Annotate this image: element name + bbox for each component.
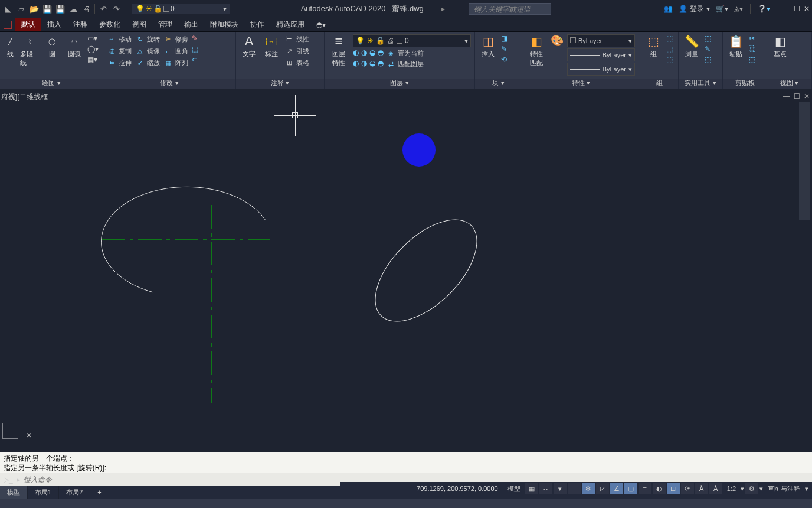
tab-view[interactable]: 视图 xyxy=(126,18,152,31)
vp-min-icon[interactable]: — xyxy=(783,92,790,100)
vp-max-icon[interactable]: ☐ xyxy=(794,92,800,100)
layer-tool-icon[interactable]: ◒ xyxy=(369,48,375,58)
explode-icon[interactable]: ⬚ xyxy=(192,45,198,53)
cmd-chevron-icon[interactable]: ▸ xyxy=(17,476,20,484)
anno-scale-icon[interactable]: Å xyxy=(695,483,708,494)
paste-button[interactable]: 📋粘贴 xyxy=(726,34,745,58)
grid-toggle-icon[interactable]: ▦ xyxy=(525,483,538,494)
tab-output[interactable]: 输出 xyxy=(178,18,204,31)
offset-icon[interactable]: ⊂ xyxy=(192,56,198,64)
move-button[interactable]: ↔移动 xyxy=(107,34,132,44)
cycle-icon[interactable]: ⟳ xyxy=(681,483,694,494)
group-tool-icon[interactable]: ⬚ xyxy=(666,45,673,53)
layer-tool-icon[interactable]: ◒ xyxy=(369,59,375,69)
cut-icon[interactable]: ✂ xyxy=(749,34,756,43)
plot-icon[interactable]: 🖨 xyxy=(80,3,92,15)
panel-modify-title[interactable]: 修改 ▾ xyxy=(103,79,235,89)
transparency-icon[interactable]: ◐ xyxy=(653,483,666,494)
match-props-button[interactable]: ◧特性 匹配 xyxy=(526,34,547,67)
layout1-tab[interactable]: 布局1 xyxy=(28,486,59,499)
add-layout-tab[interactable]: + xyxy=(90,487,109,497)
layer-tool-icon[interactable]: ◓ xyxy=(378,48,384,58)
save-icon[interactable]: 💾 xyxy=(41,3,53,15)
panel-util-title[interactable]: 实用工具 ▾ xyxy=(679,79,722,89)
infocenter-icon[interactable]: 👥 xyxy=(664,5,673,13)
block-tool-icon[interactable]: ✎ xyxy=(501,45,508,53)
group-button[interactable]: ⬚组 xyxy=(644,34,663,58)
ellipse-entity[interactable] xyxy=(361,207,491,337)
base-button[interactable]: ◧基点 xyxy=(771,34,790,58)
layer-dropdown[interactable]: 💡 ☀ 🔓 🖨 0 ▾ xyxy=(353,34,471,47)
cart-icon[interactable]: 🛒▾ xyxy=(716,5,728,13)
lwt-toggle-icon[interactable]: ≡ xyxy=(639,483,651,494)
linetype-button[interactable]: ⊢线性 xyxy=(284,34,309,44)
hatch-icon[interactable]: ▦▾ xyxy=(87,56,99,64)
rect-icon[interactable]: ▭▾ xyxy=(87,34,99,43)
color-wheel-icon[interactable]: 🎨 xyxy=(551,34,564,47)
erase-icon[interactable]: ✎ xyxy=(192,34,198,43)
layer-tool-icon[interactable]: ◓ xyxy=(378,59,384,69)
saveas-icon[interactable]: 💾 xyxy=(54,3,66,15)
chevron-down-icon[interactable]: ▾ xyxy=(805,485,808,493)
workspace-label[interactable]: 草图与注释 xyxy=(764,484,804,493)
panel-group-title[interactable]: 组 xyxy=(640,79,678,89)
copy-button[interactable]: ⿻复制 xyxy=(107,46,132,56)
model-tab[interactable]: 模型 xyxy=(0,486,28,499)
new-icon[interactable]: ▱ xyxy=(15,3,27,15)
block-tool-icon[interactable]: ⟲ xyxy=(501,56,508,64)
snap-toggle-icon[interactable]: ∷ xyxy=(539,483,552,494)
stretch-button[interactable]: ⬌拉伸 xyxy=(107,58,132,67)
dim-button[interactable]: ┆↔┆标注 xyxy=(262,34,281,58)
layer-quick-dropdown[interactable]: 💡 ☀ 🔓 0 ▾ xyxy=(132,4,230,14)
nav-bar[interactable] xyxy=(799,102,810,220)
infer-toggle-icon[interactable]: ▾ xyxy=(554,483,567,494)
viewport-label[interactable]: 府视][二维线框 xyxy=(1,92,48,102)
drawing-viewport[interactable]: 府视][二维线框 — ☐ ✕ ✕ xyxy=(0,90,812,452)
array-button[interactable]: ▦阵列 xyxy=(163,58,188,67)
panel-block-title[interactable]: 块 ▾ xyxy=(475,79,522,89)
layer-tool-icon[interactable]: ◑ xyxy=(361,59,367,69)
panel-draw-title[interactable]: 绘图 ▾ xyxy=(0,79,103,89)
login-button[interactable]: 👤 登录 ▾ xyxy=(679,4,710,14)
match-layer-button[interactable]: ⇄匹配图层 xyxy=(386,59,424,69)
panel-props-title[interactable]: 特性 ▾ xyxy=(522,79,640,89)
util-tool-icon[interactable]: ⬚ xyxy=(705,56,711,64)
linetype-dropdown[interactable]: ByLayer▾ xyxy=(567,63,635,76)
mirror-button[interactable]: △镜像 xyxy=(135,46,160,56)
polyline-button[interactable]: ⌇多段线 xyxy=(20,34,39,67)
ucs-close-icon[interactable]: ✕ xyxy=(26,431,32,439)
anno-vis-icon[interactable]: Å xyxy=(709,483,722,494)
tab-manage[interactable]: 管理 xyxy=(152,18,178,31)
polar-toggle-icon[interactable]: ✻ xyxy=(582,483,595,494)
arc-button[interactable]: ◠圆弧 xyxy=(65,34,84,58)
text-button[interactable]: A文字 xyxy=(240,34,258,58)
otrack-toggle-icon[interactable]: ▢ xyxy=(624,483,637,494)
rotate-button[interactable]: ↻旋转 xyxy=(135,34,160,44)
layer-tool-icon[interactable]: ◐ xyxy=(353,59,359,69)
undo-icon[interactable]: ↶ xyxy=(97,3,109,15)
help-icon[interactable]: ❔▾ xyxy=(758,5,770,13)
layout2-tab[interactable]: 布局2 xyxy=(59,486,90,499)
tab-featured[interactable]: 精选应用 xyxy=(270,18,310,31)
layer-props-button[interactable]: ≡图层 特性 xyxy=(328,34,349,67)
circle-button[interactable]: ◯圆 xyxy=(42,34,61,58)
scale-button[interactable]: ⤢缩放 xyxy=(135,58,160,67)
chevron-down-icon[interactable]: ▾ xyxy=(741,485,744,493)
set-current-button[interactable]: ◈置为当前 xyxy=(386,48,424,58)
tab-addins[interactable]: 附加模块 xyxy=(204,18,244,31)
app-exchange-icon[interactable]: ◬▾ xyxy=(734,5,743,13)
tab-parametric[interactable]: 参数化 xyxy=(93,18,126,31)
vp-close-icon[interactable]: ✕ xyxy=(804,92,810,100)
panel-view-title[interactable]: 视图 ▾ xyxy=(767,79,811,89)
layer-tool-icon[interactable]: ◑ xyxy=(361,48,367,58)
tab-annotate[interactable]: 注释 xyxy=(67,18,93,31)
panel-layers-title[interactable]: 图层 ▾ xyxy=(325,79,474,89)
sys-box-icon[interactable] xyxy=(4,21,12,29)
util-tool-icon[interactable]: ⬚ xyxy=(705,34,711,43)
ellipse-icon[interactable]: ◯▾ xyxy=(87,45,99,53)
ortho-toggle-icon[interactable]: └ xyxy=(568,483,581,494)
copy-icon[interactable]: ⿻ xyxy=(749,45,756,53)
line-button[interactable]: ╱线 xyxy=(4,34,17,58)
app-menu-icon[interactable]: ◣ xyxy=(2,3,14,15)
color-dropdown[interactable]: ByLayer▾ xyxy=(567,34,635,47)
